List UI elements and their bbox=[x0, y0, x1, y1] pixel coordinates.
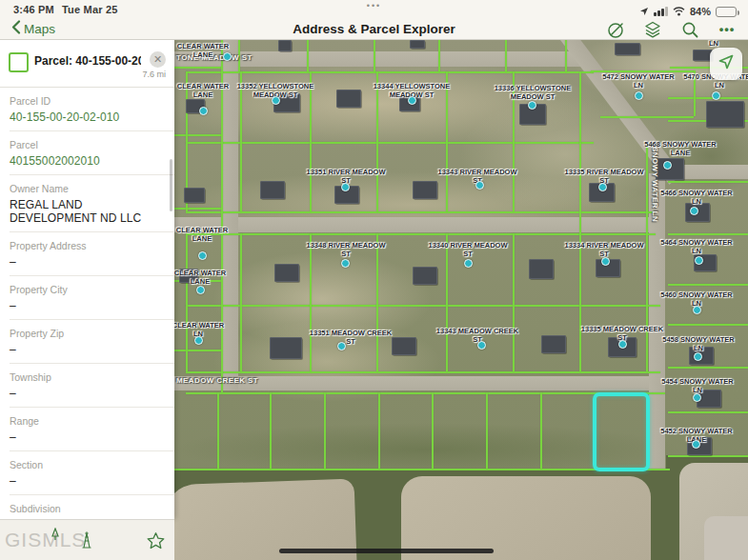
parcel-detail-panel: Parcel: 40-155-00-20-0... ✕ 7.6 mi Parce… bbox=[0, 40, 174, 519]
field-list: Parcel ID 40-155-00-20-02-010 Parcel 401… bbox=[0, 88, 174, 560]
address-label[interactable]: 13340 RIVER MEADOWST bbox=[429, 242, 508, 258]
address-point-dot[interactable] bbox=[199, 107, 208, 115]
address-label[interactable]: 5466 SNOWY WATERLN bbox=[660, 190, 733, 206]
house bbox=[541, 335, 566, 353]
field-parcel-id: Parcel ID 40-155-00-20-02-010 bbox=[10, 88, 174, 131]
field-township: Township – bbox=[10, 364, 174, 408]
field-owner-name: Owner Name REGAL LAND DEVELOPMENT ND LLC bbox=[10, 175, 174, 232]
address-point-dot[interactable] bbox=[693, 393, 701, 402]
address-point-dot[interactable] bbox=[341, 183, 350, 191]
address-label[interactable]: 5454 SNOWY WATERLN bbox=[661, 378, 734, 394]
chevron-left-icon bbox=[11, 20, 21, 37]
location-services-icon bbox=[639, 3, 649, 20]
address-label[interactable]: 13336 YELLOWSTONEMEADOW ST bbox=[495, 85, 572, 101]
address-label[interactable]: 5464 SNOWY WATERLN bbox=[660, 239, 733, 255]
home-indicator[interactable] bbox=[279, 549, 494, 553]
layers-button[interactable] bbox=[643, 20, 662, 39]
parcel-id-link[interactable]: 40-155-00-20-02-010 bbox=[10, 110, 167, 124]
address-point-dot[interactable] bbox=[272, 96, 280, 105]
cellular-signal-icon bbox=[654, 7, 668, 16]
address-point-dot[interactable] bbox=[194, 336, 203, 345]
page-title: Address & Parcel Explorer bbox=[293, 22, 455, 36]
highlighted-parcel-outline[interactable] bbox=[593, 392, 650, 471]
house bbox=[260, 181, 285, 199]
parcel-boundary-line bbox=[668, 233, 748, 235]
address-label[interactable]: 5472 SNOWY WATERLN bbox=[602, 73, 675, 90]
top-bar: 3:46 PMTue Mar 25 ••• 84% bbox=[0, 0, 748, 40]
address-point-dot[interactable] bbox=[198, 251, 207, 260]
distance-readout: 7.6 mi bbox=[142, 70, 166, 79]
tower-locate-button[interactable] bbox=[74, 529, 99, 553]
address-point-dot[interactable] bbox=[690, 207, 698, 215]
address-label[interactable]: CLEAR WATERLANE bbox=[177, 43, 229, 59]
parcel-boundary-line bbox=[186, 305, 660, 307]
logo-glyph-icon bbox=[50, 528, 61, 545]
parcel-boundary-line bbox=[307, 40, 309, 71]
back-label: Maps bbox=[24, 22, 55, 36]
address-point-dot[interactable] bbox=[341, 259, 350, 268]
parcel-boundary-line bbox=[217, 392, 219, 469]
more-button[interactable]: ••• bbox=[718, 20, 737, 39]
address-point-dot[interactable] bbox=[663, 161, 672, 170]
parcel-boundary-line bbox=[579, 71, 581, 143]
parcel-boundary-line bbox=[186, 142, 594, 144]
search-button[interactable] bbox=[680, 20, 699, 39]
address-point-dot[interactable] bbox=[693, 306, 701, 314]
address-label[interactable]: 5468 SNOWY WATERLANE bbox=[644, 141, 717, 157]
wifi-icon bbox=[673, 3, 685, 20]
address-point-dot[interactable] bbox=[475, 181, 484, 190]
road-river-meadow-st bbox=[174, 217, 653, 232]
plowed-field bbox=[704, 516, 748, 560]
house bbox=[413, 267, 437, 285]
house bbox=[706, 101, 744, 128]
parcel-boundary-line bbox=[174, 208, 221, 210]
address-label[interactable]: CLEAR WATERLANE bbox=[176, 227, 228, 243]
address-point-dot[interactable] bbox=[464, 259, 473, 268]
house bbox=[615, 43, 640, 55]
house bbox=[529, 259, 554, 279]
plowed-field bbox=[401, 476, 651, 560]
address-point-dot[interactable] bbox=[598, 183, 607, 191]
map-canvas[interactable]: TONE MEADOW STMEADOW CREEK STSNOWY WATER… bbox=[174, 40, 748, 560]
address-point-dot[interactable] bbox=[337, 342, 346, 350]
parcel-boundary-line bbox=[174, 350, 221, 351]
field-property-zip: Property Zip – bbox=[10, 320, 174, 364]
address-point-dot[interactable] bbox=[692, 440, 700, 449]
address-point-dot[interactable] bbox=[618, 340, 627, 349]
address-point-dot[interactable] bbox=[635, 91, 643, 100]
address-point-dot[interactable] bbox=[694, 352, 702, 361]
parcel-boundary-line bbox=[174, 134, 221, 136]
address-point-dot[interactable] bbox=[408, 96, 416, 105]
parcel-boundary-line bbox=[374, 40, 375, 71]
address-point-dot[interactable] bbox=[223, 52, 232, 61]
address-label[interactable]: 13343 MEADOW CREEKST bbox=[436, 328, 518, 344]
address-label[interactable]: CLEAR WATERLANE bbox=[177, 83, 229, 99]
address-label[interactable]: CLEAR WATERLANE bbox=[174, 270, 226, 286]
close-icon[interactable]: ✕ bbox=[150, 51, 166, 68]
address-label[interactable]: 13334 RIVER MEADOWST bbox=[565, 242, 644, 258]
address-label[interactable]: 13348 RIVER MEADOWST bbox=[307, 242, 386, 258]
address-label[interactable]: 5458 SNOWY WATERLN bbox=[662, 336, 735, 352]
terrain-patch bbox=[460, 97, 670, 211]
address-label[interactable]: 13351 MEADOW CREEKST bbox=[310, 330, 392, 346]
favorites-star-button[interactable] bbox=[143, 529, 168, 553]
parcel-boundary-line bbox=[186, 211, 656, 213]
parcel-boundary-line bbox=[668, 367, 748, 369]
panel-scrollbar[interactable] bbox=[170, 159, 172, 211]
panel-footer-toolbar: GISMLS bbox=[0, 519, 174, 560]
address-point-dot[interactable] bbox=[712, 91, 720, 100]
address-point-dot[interactable] bbox=[196, 286, 205, 294]
parcel-boundary-line bbox=[174, 67, 221, 69]
draw-measure-button[interactable] bbox=[606, 20, 625, 39]
address-point-dot[interactable] bbox=[601, 257, 610, 266]
parcel-number-link[interactable]: 40155002002010 bbox=[10, 154, 167, 168]
clock: 3:46 PM bbox=[13, 4, 54, 15]
back-button[interactable]: Maps bbox=[11, 20, 55, 37]
address-point-dot[interactable] bbox=[477, 341, 486, 350]
parcel-boundary-line bbox=[186, 392, 665, 394]
address-point-dot[interactable] bbox=[695, 256, 703, 265]
parcel-boundary-line bbox=[438, 40, 440, 71]
parcel-boundary-line bbox=[668, 455, 748, 457]
locate-me-button[interactable] bbox=[710, 48, 742, 80]
address-point-dot[interactable] bbox=[528, 101, 536, 110]
